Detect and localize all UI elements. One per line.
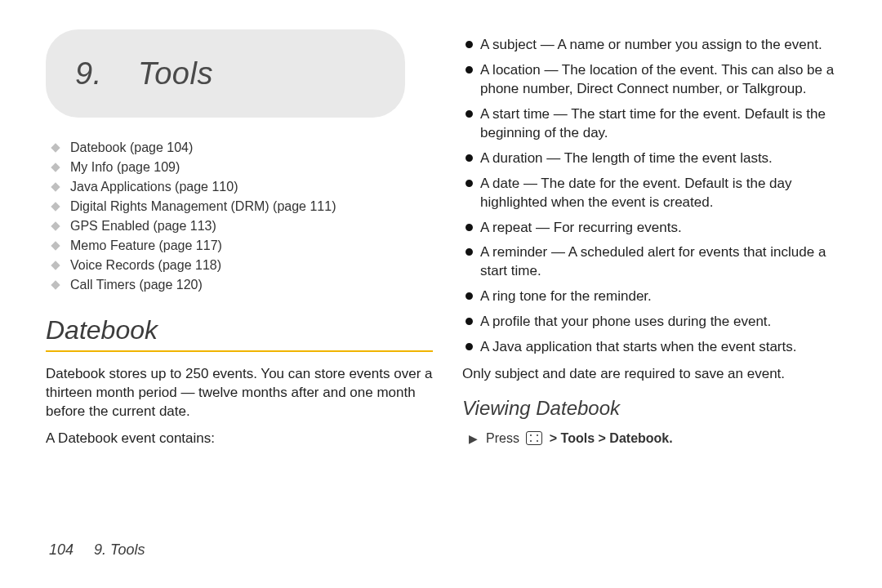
- page-number: 104: [49, 541, 74, 558]
- toc-item: Call Timers (page 120): [52, 278, 433, 292]
- instruction-row: ▶ Press > Tools > Datebook.: [469, 431, 849, 446]
- list-item: A Java application that starts when the …: [462, 338, 849, 357]
- toc-label: Java Applications (page 110): [70, 180, 238, 194]
- toc-label: Call Timers (page 120): [70, 278, 203, 292]
- running-head: 9. Tools: [94, 541, 145, 558]
- chapter-name: Tools: [138, 56, 213, 91]
- breadcrumb-part: Tools: [561, 431, 595, 445]
- breadcrumb-sep: >: [599, 431, 606, 445]
- toc-label: GPS Enabled (page 113): [70, 219, 216, 234]
- subsection-title: Viewing Datebook: [462, 397, 849, 420]
- list-item: A subject — A name or number you assign …: [462, 36, 849, 55]
- toc-item: Voice Records (page 118): [52, 258, 433, 273]
- toc-item: GPS Enabled (page 113): [52, 219, 433, 234]
- toc-item: Memo Feature (page 117): [52, 238, 433, 253]
- diamond-icon: [51, 202, 60, 211]
- chapter-title: 9. Tools: [75, 56, 213, 91]
- diamond-icon: [51, 143, 60, 152]
- toc-item: My Info (page 109): [52, 160, 433, 175]
- toc-item: Java Applications (page 110): [52, 180, 433, 194]
- toc-label: Datebook (page 104): [70, 140, 193, 155]
- event-field-list: A subject — A name or number you assign …: [462, 36, 849, 357]
- list-item: A ring tone for the reminder.: [462, 287, 849, 306]
- chapter-title-plaque: 9. Tools: [46, 29, 405, 118]
- section-title: Datebook: [46, 315, 433, 345]
- section-rule: [46, 350, 433, 352]
- triangle-icon: ▶: [469, 432, 478, 445]
- list-item: A profile that your phone uses during th…: [462, 313, 849, 332]
- list-item: A location — The location of the event. …: [462, 61, 849, 99]
- toc-list: Datebook (page 104) My Info (page 109) J…: [52, 140, 433, 292]
- breadcrumb-dot: .: [669, 431, 672, 445]
- toc-item: Datebook (page 104): [52, 140, 433, 155]
- toc-label: Voice Records (page 118): [70, 258, 221, 273]
- list-item: A repeat — For recurring events.: [462, 219, 849, 238]
- page-footer: 104 9. Tools: [49, 541, 145, 559]
- instruction-text: Press > Tools > Datebook.: [486, 431, 673, 446]
- list-item: A reminder — A scheduled alert for event…: [462, 243, 849, 281]
- toc-item: Digital Rights Management (DRM) (page 11…: [52, 199, 433, 214]
- toc-label: Digital Rights Management (DRM) (page 11…: [70, 199, 336, 214]
- breadcrumb-sep: >: [550, 431, 557, 445]
- right-column: A subject — A name or number you assign …: [462, 29, 849, 457]
- diamond-icon: [51, 261, 60, 270]
- instruction-lead: Press: [486, 431, 519, 445]
- manual-page: 9. Tools Datebook (page 104) My Info (pa…: [0, 0, 882, 588]
- list-item: A start time — The start time for the ev…: [462, 105, 849, 143]
- breadcrumb-part: Datebook: [609, 431, 669, 445]
- list-item: A duration — The length of time the even…: [462, 149, 849, 168]
- toc-label: My Info (page 109): [70, 160, 180, 175]
- two-column-layout: 9. Tools Datebook (page 104) My Info (pa…: [46, 29, 849, 457]
- diamond-icon: [51, 182, 60, 191]
- section-paragraph: Datebook stores up to 250 events. You ca…: [46, 365, 433, 421]
- section-paragraph: A Datebook event contains:: [46, 430, 433, 448]
- list-item: A date — The date for the event. Default…: [462, 175, 849, 212]
- diamond-icon: [51, 241, 60, 250]
- left-column: 9. Tools Datebook (page 104) My Info (pa…: [46, 29, 433, 457]
- toc-label: Memo Feature (page 117): [70, 238, 222, 253]
- diamond-icon: [51, 280, 60, 289]
- chapter-number: 9.: [75, 56, 102, 91]
- diamond-icon: [51, 163, 60, 172]
- diamond-icon: [51, 221, 60, 230]
- menu-key-icon: [526, 431, 542, 445]
- note-paragraph: Only subject and date are required to sa…: [462, 365, 849, 384]
